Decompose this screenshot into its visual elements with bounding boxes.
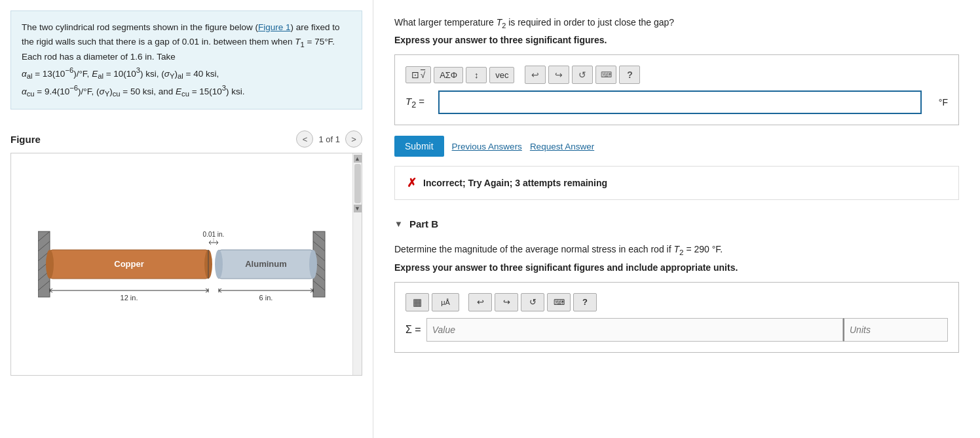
error-icon: ✗ [407, 176, 417, 190]
right-panel: What larger temperature T2 is required i… [373, 0, 980, 438]
figure-page-label: 1 of 1 [318, 134, 340, 144]
answer-box-a: ⊡ √ ΑΣΦ ↕ vec ↩ ↪ ↺ ⌨ ? T2 = °F [394, 54, 959, 125]
sqrt-icon: √ [421, 70, 425, 80]
figure-header: Figure < 1 of 1 > [10, 127, 362, 153]
figure-link[interactable]: Figure 1 [258, 22, 291, 32]
part-b-label: Part B [409, 218, 438, 229]
svg-text:0.01 in.: 0.01 in. [202, 231, 224, 238]
redo-btn-a[interactable]: ↪ [548, 66, 569, 84]
action-row-a: Submit Previous Answers Request Answer [394, 136, 959, 157]
left-panel: The two cylindrical rod segments shown i… [0, 0, 373, 438]
mu-btn-b[interactable]: μÅ [432, 293, 459, 311]
keyboard-btn-b[interactable]: ⌨ [547, 293, 571, 311]
figure-scroll-area: 0.01 in. Copper Aluminum [11, 153, 352, 375]
scroll-down-arrow[interactable]: ▼ [354, 205, 362, 212]
keyboard-btn-a[interactable]: ⌨ [595, 66, 616, 84]
units-input[interactable] [843, 318, 948, 342]
svg-text:Copper: Copper [114, 259, 144, 269]
t2-input[interactable] [438, 90, 922, 114]
toolbar-b: ▦ μÅ ↩ ↪ ↺ ⌨ ? [405, 293, 948, 311]
answer-row-b: Σ = [405, 318, 948, 342]
answer-row-a: T2 = °F [405, 90, 948, 114]
answer-box-b: ▦ μÅ ↩ ↪ ↺ ⌨ ? Σ = [394, 282, 959, 353]
undo-btn-a[interactable]: ↩ [525, 66, 546, 84]
matrix-btn[interactable]: ⊡ √ [405, 66, 431, 83]
refresh-btn-b[interactable]: ↺ [521, 293, 544, 311]
express-note-b: Express your answer to three significant… [394, 262, 959, 273]
t2-label: T2 = [405, 96, 432, 110]
figure-prev-btn[interactable]: < [296, 130, 313, 148]
sort-btn[interactable]: ↕ [466, 67, 487, 83]
prev-answers-btn[interactable]: Previous Answers [452, 142, 522, 151]
question-b-text: Determine the magnitude of the average n… [394, 243, 959, 258]
incorrect-box: ✗ Incorrect; Try Again; 3 attempts remai… [394, 166, 959, 200]
vec-btn[interactable]: vec [489, 67, 514, 83]
question-a-text: What larger temperature T2 is required i… [394, 16, 959, 31]
sigma-btn[interactable]: ΑΣΦ [434, 67, 463, 83]
svg-text:Aluminum: Aluminum [245, 259, 287, 269]
help-btn-a[interactable]: ? [619, 66, 640, 84]
request-answer-btn[interactable]: Request Answer [530, 142, 594, 151]
refresh-btn-a[interactable]: ↺ [572, 66, 593, 84]
svg-text:6 in.: 6 in. [259, 294, 273, 302]
svg-point-15 [46, 250, 54, 279]
figure-nav: < 1 of 1 > [296, 130, 362, 148]
toolbar-a: ⊡ √ ΑΣΦ ↕ vec ↩ ↪ ↺ ⌨ ? [405, 66, 948, 84]
svg-point-28 [309, 250, 317, 279]
svg-text:12 in.: 12 in. [120, 294, 138, 302]
t2-unit: °F [928, 97, 948, 108]
scroll-thumb[interactable] [354, 164, 361, 203]
sigma-label: Σ = [405, 324, 421, 336]
express-note-a: Express your answer to three significant… [394, 35, 959, 45]
svg-point-27 [215, 250, 223, 279]
grid-btn-b[interactable]: ▦ [405, 293, 429, 311]
figure-scrollbar[interactable]: ▲ ▼ [352, 153, 362, 375]
matrix-icon: ⊡ [411, 70, 419, 80]
figure-next-btn[interactable]: > [345, 130, 362, 148]
figure-label: Figure [10, 134, 41, 145]
scroll-up-arrow[interactable]: ▲ [354, 155, 362, 163]
part-b-header[interactable]: ▼ Part B [394, 216, 959, 232]
figure-container: 0.01 in. Copper Aluminum [10, 153, 362, 376]
part-b-content: Determine the magnitude of the average n… [394, 243, 959, 352]
problem-description: The two cylindrical rod segments shown i… [10, 10, 362, 110]
figure-section: Figure < 1 of 1 > [0, 120, 373, 438]
value-input[interactable] [426, 318, 843, 342]
incorrect-message: Incorrect; Try Again; 3 attempts remaini… [423, 178, 607, 188]
rod-diagram: 0.01 in. Copper Aluminum [38, 205, 326, 323]
collapse-arrow-icon: ▼ [394, 219, 403, 229]
redo-btn-b[interactable]: ↪ [495, 293, 518, 311]
undo-btn-b[interactable]: ↩ [468, 293, 492, 311]
submit-btn-a[interactable]: Submit [394, 136, 444, 157]
help-btn-b[interactable]: ? [573, 293, 597, 311]
